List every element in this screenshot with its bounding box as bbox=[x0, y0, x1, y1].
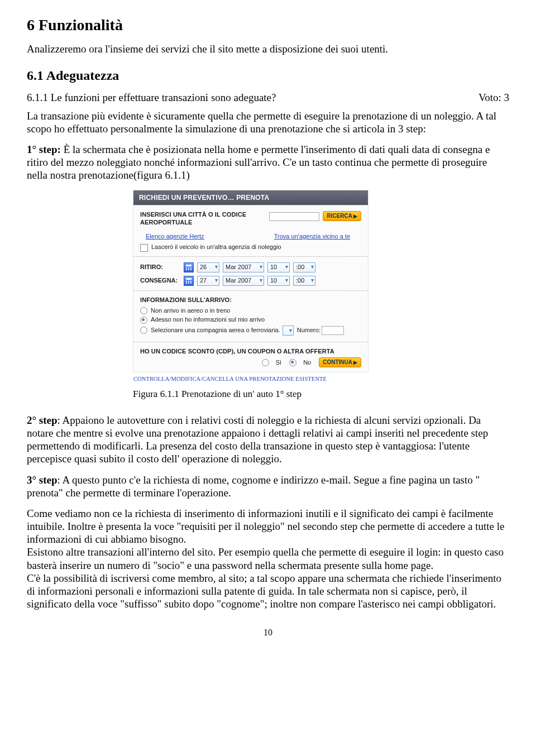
arrivo-section: INFORMAZIONI SULL'ARRIVO: Non arrivo in … bbox=[133, 290, 368, 342]
arrivo-title: INFORMAZIONI SULL'ARRIVO: bbox=[140, 296, 361, 304]
ritiro-label: RITIRO: bbox=[140, 264, 180, 271]
sconto-radio-no[interactable] bbox=[289, 359, 296, 366]
paragraph-step2: 2° step: Appaiono le autovetture con i r… bbox=[27, 414, 509, 466]
page-number: 10 bbox=[27, 627, 509, 638]
step2-label: 2° step bbox=[27, 414, 58, 426]
paragraph-other-transactions: Esistono altre transazioni all'interno d… bbox=[27, 546, 509, 571]
calendar-icon[interactable] bbox=[184, 262, 194, 272]
sconto-radio-si[interactable] bbox=[262, 359, 269, 366]
continua-button-label: CONTINUA bbox=[323, 359, 352, 366]
location-label: INSERISCI UNA CITTÀ O IL CODICE AEROPORT… bbox=[140, 211, 266, 226]
step2-text: : Appaiono le autovetture con i relativi… bbox=[27, 414, 488, 465]
step3-text: : A questo punto c'e la richiesta di nom… bbox=[27, 474, 480, 499]
ritiro-hour-select[interactable]: 10 bbox=[267, 262, 290, 272]
ricerca-button-label: RICERCA bbox=[327, 213, 352, 219]
paragraph-intro: Analizzeremo ora l'insieme dei servizi c… bbox=[27, 42, 509, 55]
consegna-label: CONSEGNA: bbox=[140, 277, 180, 284]
different-dropoff-checkbox[interactable] bbox=[140, 244, 148, 252]
numero-input[interactable] bbox=[322, 326, 344, 335]
arrivo-opt2-label: Adesso non ho informazioni sul mio arriv… bbox=[151, 316, 265, 323]
continua-button[interactable]: CONTINUA▶ bbox=[319, 357, 361, 367]
dates-section: RITIRO: 26 Mar 2007 10 :00 CONSEGNA: 27 … bbox=[133, 256, 368, 290]
different-dropoff-label: Lascerò il veicolo in un'altra agenzia d… bbox=[151, 243, 281, 250]
arrivo-radio-noinfo[interactable] bbox=[140, 317, 147, 324]
paragraph-step3: 3° step: A questo punto c'e la richiesta… bbox=[27, 473, 509, 499]
ricerca-button[interactable]: RICERCA▶ bbox=[323, 211, 361, 221]
consegna-hour-select[interactable]: 10 bbox=[267, 276, 290, 286]
section-title-row: 6.1.1 Le funzioni per effettuare transaz… bbox=[27, 91, 509, 104]
ritiro-month-select[interactable]: Mar 2007 bbox=[223, 262, 264, 272]
paragraph-transaction-intro: La transazione più evidente è sicurament… bbox=[27, 109, 509, 135]
step3-label: 3° step bbox=[27, 474, 58, 486]
paragraph-step1: 1° step: È la schermata che è posizionat… bbox=[27, 143, 509, 182]
manage-booking-link[interactable]: CONTROLLA/MODIFICA/CANCELLA UNA PRENOTAZ… bbox=[133, 372, 367, 385]
paragraph-intuition: Come vediamo non ce la richiesta di inse… bbox=[27, 507, 509, 546]
booking-widget-wrap: RICHIEDI UN PREVENTIVO… PRENOTA INSERISC… bbox=[133, 190, 367, 386]
link-trova-agenzia[interactable]: Trova un'agenzia vicino a te bbox=[274, 233, 350, 240]
widget-header: RICHIEDI UN PREVENTIVO… PRENOTA bbox=[133, 190, 368, 205]
heading-6-1: 6.1 Adeguatezza bbox=[27, 68, 509, 84]
company-select[interactable] bbox=[283, 326, 294, 336]
location-section: INSERISCI UNA CITTÀ O IL CODICE AEROPORT… bbox=[133, 205, 368, 256]
numero-label: Numero: bbox=[297, 327, 320, 334]
consegna-minute-select[interactable]: :00 bbox=[293, 276, 315, 286]
arrivo-radio-none[interactable] bbox=[140, 307, 147, 314]
heading-6: 6 Funzionalità bbox=[27, 16, 509, 35]
ritiro-day-select[interactable]: 26 bbox=[197, 262, 219, 272]
location-input[interactable] bbox=[269, 212, 319, 221]
consegna-day-select[interactable]: 27 bbox=[197, 276, 219, 286]
step1-text: È la schermata che è posizionata nella h… bbox=[27, 143, 490, 181]
arrivo-opt1-label: Non arrivo in aereo o in treno bbox=[151, 307, 230, 314]
paragraph-signup: C'è la possibilità di iscriversi come me… bbox=[27, 572, 509, 611]
sconto-si-label: Sì bbox=[276, 359, 281, 366]
figure-caption: Figura 6.1.1 Prenotazione di un' auto 1°… bbox=[133, 389, 509, 400]
calendar-icon[interactable] bbox=[184, 276, 194, 286]
section-6-1-1-vote: Voto: 3 bbox=[478, 91, 509, 104]
booking-widget: RICHIEDI UN PREVENTIVO… PRENOTA INSERISC… bbox=[133, 190, 368, 373]
arrivo-opt3-label: Selezionare una compagnia aerea o ferrov… bbox=[151, 327, 280, 334]
link-elenco-agenzie[interactable]: Elenco agenzie Hertz bbox=[146, 233, 204, 240]
section-6-1-1-title: 6.1.1 Le funzioni per effettuare transaz… bbox=[27, 91, 276, 104]
sconto-section: HO UN CODICE SCONTO (CDP), UN COUPON O A… bbox=[133, 342, 368, 372]
consegna-month-select[interactable]: Mar 2007 bbox=[223, 276, 264, 286]
arrivo-radio-company[interactable] bbox=[140, 327, 147, 334]
chevron-right-icon: ▶ bbox=[353, 360, 357, 366]
step1-label: 1° step: bbox=[27, 143, 61, 155]
sconto-no-label: No bbox=[303, 359, 311, 366]
chevron-right-icon: ▶ bbox=[353, 213, 357, 219]
sconto-title: HO UN CODICE SCONTO (CDP), UN COUPON O A… bbox=[140, 348, 361, 355]
ritiro-minute-select[interactable]: :00 bbox=[293, 262, 315, 272]
